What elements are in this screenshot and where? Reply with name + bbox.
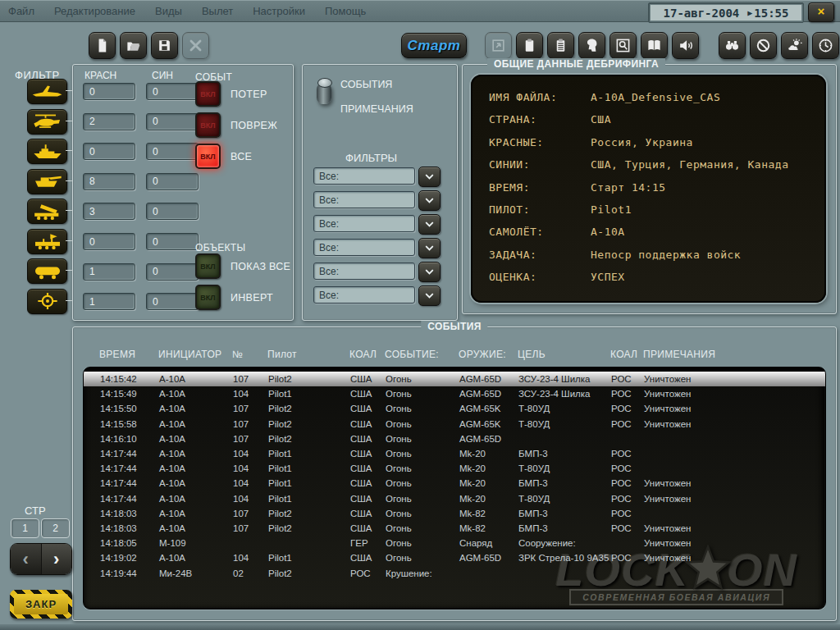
toggle-button-повреж[interactable]: ВКЛ [195, 112, 221, 138]
table-row[interactable]: 14:15:50A-10A107Pilot2СШАОгоньAGM-65KТ-8… [84, 401, 825, 416]
page-2-button[interactable]: 2 [41, 518, 70, 538]
table-cell: Огонь [386, 478, 459, 488]
filter-dropdown-button[interactable] [418, 214, 441, 235]
blue-count-field[interactable]: 0 [146, 293, 199, 310]
table-cell: M-109 [159, 538, 233, 548]
table-cell: США [350, 494, 386, 504]
menu-item[interactable]: Редактирование [54, 5, 135, 17]
table-row[interactable]: 14:17:44A-10A104Pilot1СШАОгоньMk-20Т-80У… [84, 461, 825, 476]
filter-dropdown-value[interactable]: Все: [313, 167, 415, 185]
date-value: 17-авг-2004 [664, 7, 740, 20]
pilot-head-button[interactable] [578, 32, 605, 59]
mode-toggle-switch[interactable] [314, 76, 334, 107]
table-row[interactable]: 14:18:03A-10A107Pilot2СШАОгоньMk-82БМП-3… [84, 521, 825, 536]
filter-dropdown-button[interactable] [418, 190, 441, 211]
red-count-field[interactable]: 3 [83, 203, 135, 220]
blue-count-field[interactable]: 0 [146, 203, 199, 220]
table-row[interactable]: 14:17:44A-10A104Pilot1СШАОгоньMk-20Т-80У… [84, 491, 825, 506]
close-debrief-button[interactable]: ЗАКР [10, 590, 72, 619]
blue-count-field[interactable]: 0 [146, 233, 199, 250]
new-file-button[interactable] [89, 32, 116, 59]
events-table-body: 14:15:42A-10A107Pilot2СШАОгоньAGM-65DЗСУ… [84, 372, 825, 581]
red-count-field[interactable]: 0 [83, 83, 135, 100]
railcar-icon [31, 262, 64, 281]
menu-item[interactable]: Настройки [253, 5, 305, 17]
table-row[interactable]: 14:17:44A-10A104Pilot1СШАОгоньMk-20БМП-3… [84, 476, 825, 491]
binoculars-button[interactable] [719, 32, 746, 59]
magnifier-button[interactable] [609, 32, 637, 59]
blue-count-field[interactable]: 0 [146, 263, 199, 281]
menu-item[interactable]: Помощь [325, 5, 366, 17]
count-row: 30 [83, 203, 199, 220]
table-cell: 107 [233, 404, 268, 413]
clipboard-button[interactable] [516, 32, 543, 59]
helicopter-filter-button[interactable] [27, 109, 67, 135]
prohibit-button[interactable] [750, 32, 777, 59]
filter-dropdown-button[interactable] [418, 285, 441, 306]
red-count-field[interactable]: 0 [83, 143, 135, 160]
red-count-field[interactable]: 1 [83, 293, 135, 310]
filter-dropdown-button[interactable] [418, 238, 441, 258]
table-row[interactable]: 14:18:03A-10A107Pilot2СШАОгоньMk-82БМП-3… [84, 506, 825, 521]
clock-button[interactable] [812, 32, 839, 59]
notes-button[interactable] [547, 32, 574, 59]
start-button[interactable]: Старт [401, 33, 467, 58]
weather-button[interactable] [781, 32, 808, 59]
toggle-button-потер[interactable]: ВКЛ [195, 81, 221, 107]
save-button[interactable] [151, 32, 178, 59]
filter-dropdown-value[interactable]: Все: [313, 239, 415, 256]
window-close-button[interactable]: × [808, 2, 834, 22]
filter-row [27, 229, 66, 253]
toggle-button-все[interactable]: ВКЛ [195, 144, 221, 169]
sam-launcher-filter-button[interactable] [27, 199, 67, 224]
table-cell: Pilot1 [268, 449, 350, 459]
table-row[interactable]: 14:17:44A-10A104Pilot1СШАОгоньMk-20БМП-3… [84, 446, 825, 461]
railcar-filter-button[interactable] [27, 258, 67, 284]
table-cell: Уничтожен [644, 419, 825, 429]
table-row[interactable]: 14:18:05M-109ГЕРОгоньСнарядСооружение:Ун… [84, 536, 825, 550]
table-row[interactable]: 14:15:49A-10A104Pilot1СШАОгоньAGM-65DЗСУ… [84, 386, 825, 401]
filter-dropdown-value[interactable]: Все: [313, 191, 415, 208]
table-row[interactable]: 14:15:58A-10A107Pilot2СШАОгоньAGM-65KТ-8… [84, 417, 825, 431]
aircraft-filter-button[interactable] [27, 79, 67, 104]
table-cell: A-10A [159, 374, 233, 384]
menu-item[interactable]: Виды [155, 5, 182, 17]
target-filter-button[interactable] [27, 289, 67, 314]
page-next-button[interactable]: › [42, 544, 72, 574]
red-count-field[interactable]: 2 [83, 113, 135, 130]
speaker-button[interactable] [672, 32, 699, 59]
filter-dropdown-button[interactable] [418, 167, 441, 187]
blue-count-field[interactable]: 0 [146, 113, 199, 130]
blue-count-field[interactable]: 0 [146, 83, 199, 100]
blue-count-field[interactable]: 0 [146, 143, 199, 160]
menu-item[interactable]: Вылет [202, 5, 233, 17]
ship-filter-button[interactable] [27, 139, 67, 164]
mode-option-notes[interactable]: ПРИМЕЧАНИЯ [340, 103, 413, 115]
filter-dropdown-button[interactable] [418, 262, 441, 282]
menu-item[interactable]: Файл [8, 5, 34, 17]
table-cell: РОС [611, 478, 644, 488]
page-1-button[interactable]: 1 [11, 518, 39, 538]
blue-count-field[interactable]: 0 [146, 173, 199, 190]
red-count-field[interactable]: 1 [83, 263, 135, 281]
red-count-field[interactable]: 8 [83, 173, 135, 190]
toggle-button-показ-все[interactable]: ВКЛ [195, 253, 221, 279]
filter-dropdown-value[interactable]: Все: [313, 262, 415, 280]
filter-dropdown-value[interactable]: Все: [313, 215, 415, 232]
table-row[interactable]: 14:19:02A-10A104Pilot1СШАОгоньAGM-65DЗРК… [84, 550, 825, 565]
page-prev-button[interactable]: ‹ [11, 544, 42, 574]
red-count-field[interactable]: 0 [83, 233, 135, 250]
tank-filter-button[interactable] [27, 169, 67, 194]
table-cell: Крушение: [386, 568, 459, 578]
table-cell: 14:16:10 [100, 434, 159, 444]
table-row[interactable]: 14:19:44Ми-24В02Pilot2РОСКрушение: [84, 565, 825, 580]
table-row[interactable]: 14:15:42A-10A107Pilot2СШАОгоньAGM-65DЗСУ… [84, 372, 825, 386]
toggle-button-инверт[interactable]: ВКЛ [195, 285, 221, 310]
table-row[interactable]: 14:16:10A-10A107Pilot2СШАОгоньAGM-65D [84, 431, 825, 446]
book-button[interactable] [641, 32, 668, 59]
radar-vehicle-filter-button[interactable] [27, 229, 67, 254]
open-folder-button[interactable] [120, 32, 147, 59]
table-cell: США [350, 434, 386, 444]
filter-dropdown-value[interactable]: Все: [313, 286, 415, 304]
mode-option-events[interactable]: СОБЫТИЯ [340, 79, 392, 90]
